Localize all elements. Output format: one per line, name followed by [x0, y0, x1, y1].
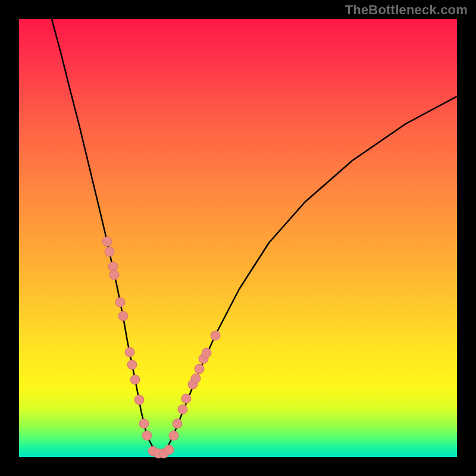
curve-marker [127, 360, 137, 369]
curve-marker [139, 419, 149, 428]
curve-marker [191, 374, 201, 383]
curve-marker [102, 237, 112, 246]
curve-marker [164, 445, 174, 455]
curve-marker [195, 364, 204, 374]
curve-marker [105, 247, 114, 256]
curve-marker [181, 394, 191, 403]
bottleneck-curve [52, 19, 457, 453]
curve-marker [142, 431, 152, 440]
curve-marker [130, 375, 140, 384]
curve-marker [109, 270, 119, 280]
curve-layer [19, 19, 457, 457]
curve-marker [169, 431, 178, 440]
curve-marker [118, 311, 128, 321]
curve-marker [115, 298, 125, 307]
watermark-text: TheBottleneck.com [345, 2, 468, 18]
curve-marker [108, 262, 118, 271]
curve-marker [178, 405, 187, 414]
curve-marker [134, 395, 144, 405]
curve-marker [173, 419, 182, 428]
curve-marker [202, 348, 211, 358]
chart-frame: TheBottleneck.com [0, 0, 476, 476]
curve-markers [102, 237, 220, 458]
curve-marker [125, 347, 134, 357]
plot-area [19, 19, 457, 457]
curve-marker [211, 331, 220, 340]
